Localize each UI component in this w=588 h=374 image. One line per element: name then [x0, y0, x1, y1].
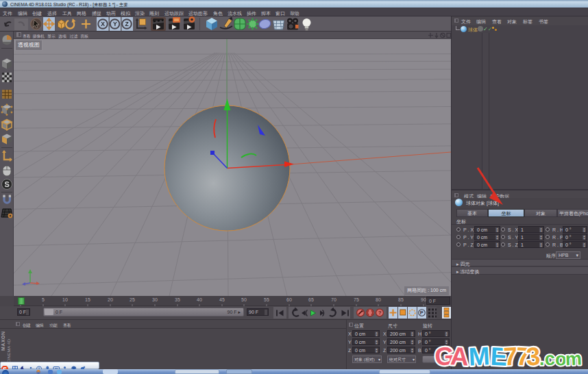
svg-text:S: S [5, 180, 10, 188]
svg-text:A: A [450, 342, 469, 371]
svg-text:CINEMA 4D: CINEMA 4D [6, 339, 11, 363]
svg-text:c: c [544, 349, 556, 370]
svg-text:P: P [420, 310, 424, 316]
svg-text:X: X [101, 21, 105, 27]
svg-text:MAXON: MAXON [1, 331, 5, 351]
svg-text:?: ? [378, 310, 382, 316]
svg-text:Y: Y [113, 21, 117, 27]
svg-text:m: m [565, 348, 582, 369]
svg-text:Z: Z [125, 21, 129, 27]
svg-text:M: M [468, 342, 491, 371]
